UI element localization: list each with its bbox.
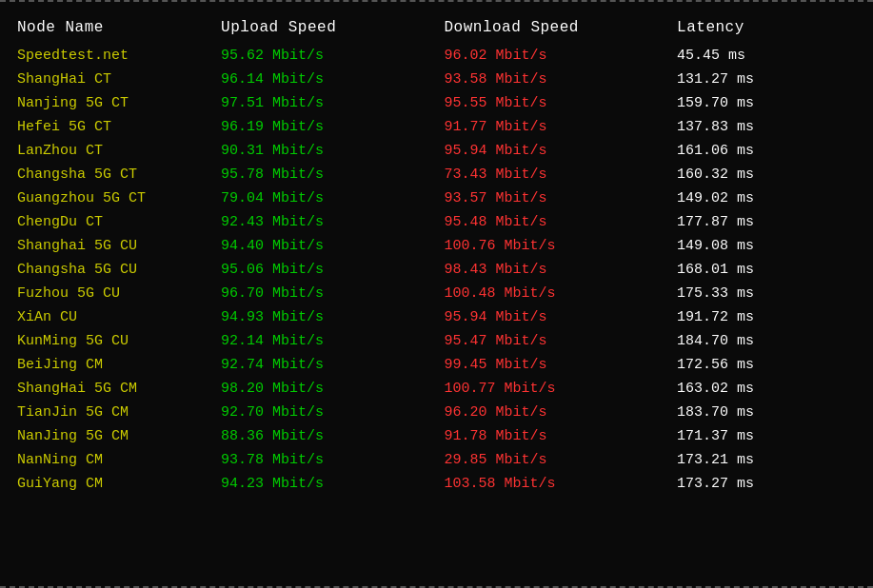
table-row: ChengDu CT92.43 Mbit/s95.48 Mbit/s177.87… [10, 210, 863, 234]
cell-latency: 168.01 ms [669, 258, 863, 282]
cell-node: Hefei 5G CT [10, 115, 213, 139]
cell-upload: 96.70 Mbit/s [213, 282, 436, 305]
cell-latency: 131.27 ms [669, 68, 863, 91]
cell-latency: 161.06 ms [669, 139, 863, 163]
cell-node: Changsha 5G CT [10, 163, 213, 186]
cell-latency: 149.02 ms [669, 186, 863, 210]
cell-upload: 92.74 Mbit/s [213, 353, 436, 377]
cell-node: Speedtest.net [10, 44, 213, 68]
cell-upload: 97.51 Mbit/s [213, 91, 436, 115]
table-row: Shanghai 5G CU94.40 Mbit/s100.76 Mbit/s1… [10, 234, 863, 258]
cell-latency: 137.83 ms [669, 115, 863, 139]
cell-upload: 96.14 Mbit/s [213, 68, 436, 91]
header-node: Node Name [10, 13, 213, 44]
cell-upload: 98.20 Mbit/s [213, 377, 436, 401]
table-row: Hefei 5G CT96.19 Mbit/s91.77 Mbit/s137.8… [10, 115, 863, 139]
table-row: XiAn CU94.93 Mbit/s95.94 Mbit/s191.72 ms [10, 305, 863, 329]
cell-latency: 173.27 ms [669, 472, 863, 496]
cell-node: Nanjing 5G CT [10, 91, 213, 115]
table-row: ShangHai 5G CM98.20 Mbit/s100.77 Mbit/s1… [10, 377, 863, 401]
cell-node: LanZhou CT [10, 139, 213, 163]
cell-node: KunMing 5G CU [10, 329, 213, 353]
cell-download: 100.76 Mbit/s [436, 234, 669, 258]
main-container: Node Name Upload Speed Download Speed La… [0, 10, 873, 500]
cell-upload: 88.36 Mbit/s [213, 424, 436, 448]
cell-upload: 94.40 Mbit/s [213, 234, 436, 258]
cell-latency: 175.33 ms [669, 282, 863, 305]
cell-latency: 173.21 ms [669, 448, 863, 472]
table-header-row: Node Name Upload Speed Download Speed La… [10, 13, 863, 44]
cell-download: 73.43 Mbit/s [436, 163, 669, 186]
cell-latency: 163.02 ms [669, 377, 863, 401]
cell-download: 29.85 Mbit/s [436, 448, 669, 472]
cell-download: 95.94 Mbit/s [436, 305, 669, 329]
cell-download: 100.77 Mbit/s [436, 377, 669, 401]
cell-download: 93.57 Mbit/s [436, 186, 669, 210]
header-latency: Latency [669, 13, 863, 44]
cell-node: ShangHai CT [10, 68, 213, 91]
cell-download: 96.20 Mbit/s [436, 401, 669, 424]
header-download: Download Speed [436, 13, 669, 44]
cell-node: Guangzhou 5G CT [10, 186, 213, 210]
cell-download: 103.58 Mbit/s [436, 472, 669, 496]
cell-download: 99.45 Mbit/s [436, 353, 669, 377]
cell-upload: 95.78 Mbit/s [213, 163, 436, 186]
cell-node: Changsha 5G CU [10, 258, 213, 282]
cell-latency: 184.70 ms [669, 329, 863, 353]
cell-download: 95.47 Mbit/s [436, 329, 669, 353]
table-row: Changsha 5G CT95.78 Mbit/s73.43 Mbit/s16… [10, 163, 863, 186]
cell-upload: 79.04 Mbit/s [213, 186, 436, 210]
header-upload: Upload Speed [213, 13, 436, 44]
cell-latency: 172.56 ms [669, 353, 863, 377]
cell-latency: 159.70 ms [669, 91, 863, 115]
speed-table: Node Name Upload Speed Download Speed La… [10, 13, 863, 496]
cell-download: 93.58 Mbit/s [436, 68, 669, 91]
cell-node: ChengDu CT [10, 210, 213, 234]
table-row: Speedtest.net95.62 Mbit/s96.02 Mbit/s45.… [10, 44, 863, 68]
cell-node: NanNing CM [10, 448, 213, 472]
cell-node: GuiYang CM [10, 472, 213, 496]
cell-upload: 94.23 Mbit/s [213, 472, 436, 496]
cell-download: 95.55 Mbit/s [436, 91, 669, 115]
table-row: NanNing CM93.78 Mbit/s29.85 Mbit/s173.21… [10, 448, 863, 472]
cell-upload: 92.14 Mbit/s [213, 329, 436, 353]
table-row: ShangHai CT96.14 Mbit/s93.58 Mbit/s131.2… [10, 68, 863, 91]
cell-node: NanJing 5G CM [10, 424, 213, 448]
cell-latency: 45.45 ms [669, 44, 863, 68]
cell-download: 96.02 Mbit/s [436, 44, 669, 68]
table-row: BeiJing CM92.74 Mbit/s99.45 Mbit/s172.56… [10, 353, 863, 377]
cell-latency: 177.87 ms [669, 210, 863, 234]
cell-download: 91.78 Mbit/s [436, 424, 669, 448]
table-row: GuiYang CM94.23 Mbit/s103.58 Mbit/s173.2… [10, 472, 863, 496]
cell-download: 91.77 Mbit/s [436, 115, 669, 139]
table-row: Fuzhou 5G CU96.70 Mbit/s100.48 Mbit/s175… [10, 282, 863, 305]
table-row: NanJing 5G CM88.36 Mbit/s91.78 Mbit/s171… [10, 424, 863, 448]
table-row: Nanjing 5G CT97.51 Mbit/s95.55 Mbit/s159… [10, 91, 863, 115]
cell-upload: 90.31 Mbit/s [213, 139, 436, 163]
cell-upload: 93.78 Mbit/s [213, 448, 436, 472]
cell-node: Shanghai 5G CU [10, 234, 213, 258]
cell-latency: 160.32 ms [669, 163, 863, 186]
cell-latency: 171.37 ms [669, 424, 863, 448]
cell-upload: 96.19 Mbit/s [213, 115, 436, 139]
cell-node: ShangHai 5G CM [10, 377, 213, 401]
cell-node: TianJin 5G CM [10, 401, 213, 424]
table-row: Guangzhou 5G CT79.04 Mbit/s93.57 Mbit/s1… [10, 186, 863, 210]
cell-latency: 183.70 ms [669, 401, 863, 424]
cell-download: 98.43 Mbit/s [436, 258, 669, 282]
cell-latency: 191.72 ms [669, 305, 863, 329]
cell-upload: 94.93 Mbit/s [213, 305, 436, 329]
cell-upload: 92.70 Mbit/s [213, 401, 436, 424]
cell-upload: 92.43 Mbit/s [213, 210, 436, 234]
table-row: KunMing 5G CU92.14 Mbit/s95.47 Mbit/s184… [10, 329, 863, 353]
cell-node: BeiJing CM [10, 353, 213, 377]
cell-node: Fuzhou 5G CU [10, 282, 213, 305]
table-row: TianJin 5G CM92.70 Mbit/s96.20 Mbit/s183… [10, 401, 863, 424]
cell-download: 95.94 Mbit/s [436, 139, 669, 163]
table-row: Changsha 5G CU95.06 Mbit/s98.43 Mbit/s16… [10, 258, 863, 282]
cell-upload: 95.06 Mbit/s [213, 258, 436, 282]
cell-upload: 95.62 Mbit/s [213, 44, 436, 68]
cell-download: 95.48 Mbit/s [436, 210, 669, 234]
table-row: LanZhou CT90.31 Mbit/s95.94 Mbit/s161.06… [10, 139, 863, 163]
cell-node: XiAn CU [10, 305, 213, 329]
